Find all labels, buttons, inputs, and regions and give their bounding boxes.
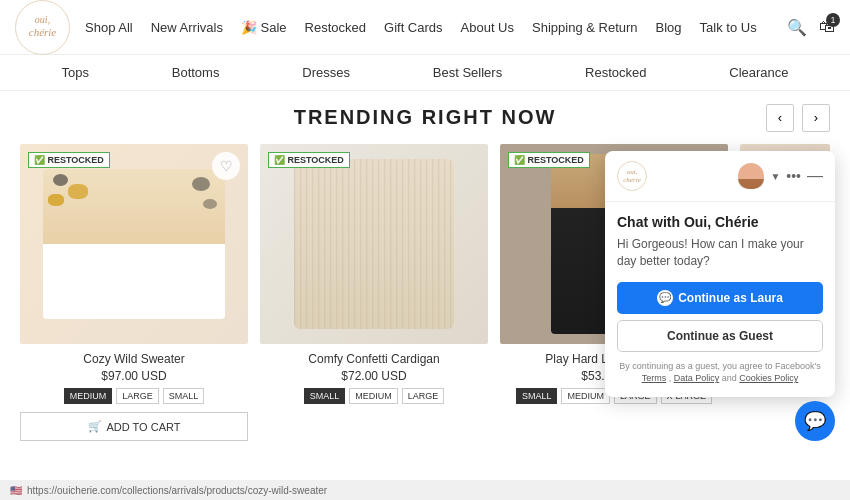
product-image-2: ✅ RESTOCKED <box>260 144 488 344</box>
size-options-2: SMALL MEDIUM LARGE <box>260 388 488 404</box>
main-content: TRENDING RIGHT NOW ‹ › ✅ RESTOCKED ♡ <box>0 91 850 456</box>
cat-clearance[interactable]: Clearance <box>729 65 788 80</box>
chat-title: Chat with Oui, Chérie <box>617 214 823 230</box>
nav-about-us[interactable]: About Us <box>461 20 514 35</box>
cart-button[interactable]: 🛍 1 <box>819 18 835 36</box>
size-medium-1[interactable]: MEDIUM <box>64 388 113 404</box>
size-small-1[interactable]: SMALL <box>163 388 205 404</box>
cat-dresses[interactable]: Dresses <box>302 65 350 80</box>
cat-best-sellers[interactable]: Best Sellers <box>433 65 502 80</box>
restock-badge-2: ✅ RESTOCKED <box>268 152 350 168</box>
terms-link[interactable]: Terms <box>642 373 667 383</box>
add-to-cart-btn-1[interactable]: 🛒 ADD TO CART <box>20 412 248 441</box>
messenger-float-button[interactable]: 💬 <box>795 401 835 441</box>
nav-shop-all[interactable]: Shop All <box>85 20 133 35</box>
product-name-2: Comfy Confetti Cardigan <box>260 352 488 366</box>
and-text: and <box>722 373 740 383</box>
size-small-3[interactable]: SMALL <box>516 388 558 404</box>
search-button[interactable]: 🔍 <box>787 18 807 37</box>
nav-restocked[interactable]: Restocked <box>305 20 366 35</box>
prev-arrow[interactable]: ‹ <box>766 104 794 132</box>
messenger-float-icon: 💬 <box>804 410 826 432</box>
product-price-1: $97.00 USD <box>20 369 248 383</box>
main-nav: Shop All New Arrivals 🎉 Sale Restocked G… <box>85 20 787 35</box>
size-large-1[interactable]: LARGE <box>116 388 159 404</box>
section-title: TRENDING RIGHT NOW <box>294 106 557 129</box>
header-icons: 🔍 🛍 1 <box>787 18 835 37</box>
cat-restocked[interactable]: Restocked <box>585 65 646 80</box>
chevron-left-icon: ‹ <box>778 110 782 125</box>
continue-as-laura-button[interactable]: 💬 Continue as Laura <box>617 282 823 314</box>
product-card-1[interactable]: ✅ RESTOCKED ♡ Cozy Wild Sweater $97.00 U… <box>20 144 248 441</box>
cat-bottoms[interactable]: Bottoms <box>172 65 220 80</box>
chat-header: oui,chérie ▼ ••• — <box>605 151 835 202</box>
size-medium-3[interactable]: MEDIUM <box>561 388 610 404</box>
nav-shipping[interactable]: Shipping & Return <box>532 20 638 35</box>
cat-tops[interactable]: Tops <box>61 65 88 80</box>
category-nav: Tops Bottoms Dresses Best Sellers Restoc… <box>0 55 850 91</box>
status-bar: 🇺🇸 https://ouicherie.com/collections/arr… <box>0 480 850 500</box>
product-image-1: ✅ RESTOCKED ♡ <box>20 144 248 344</box>
data-policy-link[interactable]: Data Policy <box>674 373 720 383</box>
wishlist-btn-1[interactable]: ♡ <box>212 152 240 180</box>
url-display: https://ouicherie.com/collections/arriva… <box>27 485 840 496</box>
size-options-1: MEDIUM LARGE SMALL <box>20 388 248 404</box>
continue-as-guest-button[interactable]: Continue as Guest <box>617 320 823 352</box>
dropdown-icon: ▼ <box>770 171 780 182</box>
logo[interactable]: oui, chérie <box>15 0 70 55</box>
continue-laura-label: Continue as Laura <box>678 291 783 305</box>
header: oui, chérie Shop All New Arrivals 🎉 Sale… <box>0 0 850 55</box>
chat-widget: oui,chérie ▼ ••• — Chat with Oui, Chérie… <box>605 151 835 397</box>
next-arrow[interactable]: › <box>802 104 830 132</box>
chat-user-avatar <box>738 163 764 189</box>
country-flag: 🇺🇸 <box>10 485 22 496</box>
product-card-2[interactable]: ✅ RESTOCKED Comfy Confetti Cardigan $72.… <box>260 144 488 441</box>
section-header: TRENDING RIGHT NOW ‹ › <box>20 106 830 129</box>
nav-talk-to-us[interactable]: Talk to Us <box>700 20 757 35</box>
messenger-icon-btn: 💬 <box>657 290 673 306</box>
size-medium-2[interactable]: MEDIUM <box>349 388 398 404</box>
chat-disclaimer: By continuing as a guest, you agree to F… <box>617 360 823 385</box>
restock-badge-1: ✅ RESTOCKED <box>28 152 110 168</box>
nav-gift-cards[interactable]: Gift Cards <box>384 20 443 35</box>
product-price-2: $72.00 USD <box>260 369 488 383</box>
size-small-2[interactable]: SMALL <box>304 388 346 404</box>
cart-icon-small-1: 🛒 <box>88 420 102 433</box>
chat-header-right: ▼ ••• — <box>738 163 823 189</box>
nav-blog[interactable]: Blog <box>656 20 682 35</box>
logo-line1: oui, <box>35 14 50 26</box>
search-icon: 🔍 <box>787 19 807 36</box>
chevron-right-icon: › <box>814 110 818 125</box>
cart-count: 1 <box>826 13 840 27</box>
nav-new-arrivals[interactable]: New Arrivals <box>151 20 223 35</box>
restock-badge-3: ✅ RESTOCKED <box>508 152 590 168</box>
logo-line2: chérie <box>29 26 56 39</box>
cookies-link[interactable]: Cookies Policy <box>739 373 798 383</box>
chat-brand-logo: oui,chérie <box>617 161 647 191</box>
size-large-2[interactable]: LARGE <box>402 388 445 404</box>
product-name-1: Cozy Wild Sweater <box>20 352 248 366</box>
nav-arrows: ‹ › <box>766 104 830 132</box>
add-to-cart-label-1: ADD TO CART <box>107 421 181 433</box>
disclaimer-text: By continuing as a guest, you agree to F… <box>619 361 820 371</box>
chat-message: Hi Gorgeous! How can I make your day bet… <box>617 236 823 270</box>
chat-body: Chat with Oui, Chérie Hi Gorgeous! How c… <box>605 202 835 397</box>
chat-options-button[interactable]: ••• <box>786 168 801 184</box>
nav-sale[interactable]: 🎉 Sale <box>241 20 287 35</box>
chat-minimize-button[interactable]: — <box>807 168 823 184</box>
